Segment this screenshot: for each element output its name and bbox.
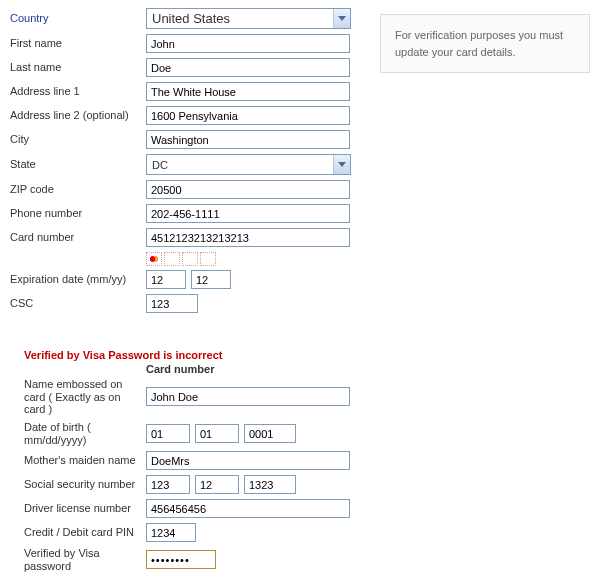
dl-label: Driver license number [24,502,146,515]
vbv-label: Verified by Visa password [24,547,146,572]
ssn-b-field[interactable] [195,475,239,494]
chevron-down-icon [333,9,350,28]
ssn-c-field[interactable] [244,475,296,494]
ssn-a-field[interactable] [146,475,190,494]
phone-field[interactable] [146,204,350,223]
exp-mm-field[interactable] [146,270,186,289]
address1-field[interactable] [146,82,350,101]
dob-yyyy-field[interactable] [244,424,296,443]
card-icon [164,252,180,266]
dl-field[interactable] [146,499,350,518]
csc-label: CSC [10,297,146,310]
country-select[interactable]: United States [146,8,351,29]
billing-form: Country United States First name Last na… [10,8,370,572]
country-label: Country [10,12,146,25]
card-number-field[interactable] [146,228,350,247]
card-number-heading: Card number [146,363,370,375]
card-icon [182,252,198,266]
ssn-label: Social security number [24,478,146,491]
zip-label: ZIP code [10,183,146,196]
vbv-error: Verified by Visa Password is incorrect [24,349,370,361]
dob-label: Date of birth ( mm/dd/yyyy) [24,421,146,446]
address2-label: Address line 2 (optional) [10,109,146,122]
country-select-value: United States [152,11,230,26]
last-name-field[interactable] [146,58,350,77]
exp-yy-field[interactable] [191,270,231,289]
dob-dd-field[interactable] [195,424,239,443]
city-label: City [10,133,146,146]
mmn-label: Mother's maiden name [24,454,146,467]
mmn-field[interactable] [146,451,350,470]
last-name-label: Last name [10,61,146,74]
verification-notice: For verification purposes you must updat… [380,14,590,73]
zip-field[interactable] [146,180,350,199]
chevron-down-icon [333,155,350,174]
card-brand-icons [146,252,370,266]
name-on-card-label: Name embossed on card ( Exactly as on ca… [24,378,146,416]
dob-mm-field[interactable] [146,424,190,443]
card-label: Card number [10,231,146,244]
address1-label: Address line 1 [10,85,146,98]
first-name-field[interactable] [146,34,350,53]
state-select-value: DC [152,159,168,171]
csc-field[interactable] [146,294,198,313]
name-on-card-field[interactable] [146,387,350,406]
vbv-password-field[interactable] [146,550,216,569]
state-label: State [10,158,146,171]
address2-field[interactable] [146,106,350,125]
state-select[interactable]: DC [146,154,351,175]
expiration-label: Expiration date (mm/yy) [10,273,146,286]
first-name-label: First name [10,37,146,50]
pin-label: Credit / Debit card PIN [24,526,146,539]
city-field[interactable] [146,130,350,149]
card-icon [200,252,216,266]
pin-field[interactable] [146,523,196,542]
phone-label: Phone number [10,207,146,220]
mastercard-icon [146,252,162,266]
